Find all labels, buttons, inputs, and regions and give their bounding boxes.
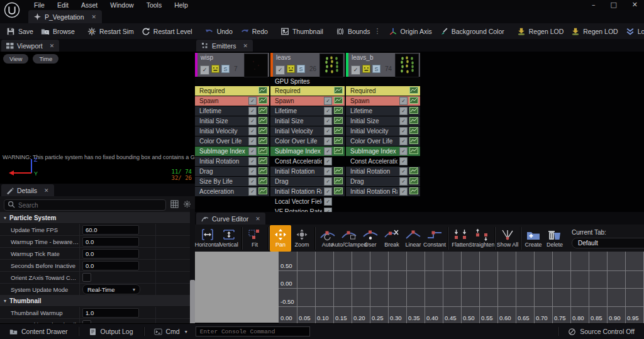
module-enabled-checkbox[interactable]: ✓	[399, 97, 408, 105]
module-curve-icon[interactable]	[334, 167, 343, 175]
module-curve-icon[interactable]	[258, 117, 267, 125]
tab-curve-editor[interactable]: Curve Editor ✕	[196, 213, 265, 225]
module-required[interactable]: Required✓	[195, 86, 269, 96]
module-enabled-checkbox[interactable]: ✓	[324, 147, 332, 155]
module-curve-icon[interactable]	[409, 117, 418, 125]
module-curve-icon[interactable]	[258, 107, 267, 115]
toolbar-button-undo[interactable]: Undo	[201, 23, 236, 39]
module-enabled-checkbox[interactable]: ✓	[324, 127, 332, 135]
curve-tool-flatten[interactable]: Flatten	[450, 225, 471, 252]
module-subimage-index[interactable]: SubImage Index✓	[346, 147, 420, 156]
emitter-enable-checkbox[interactable]: ✓	[351, 65, 360, 75]
emitter-solo-button[interactable]: S	[372, 64, 380, 75]
detail-value-input[interactable]	[82, 225, 139, 235]
menu-file[interactable]: File	[28, 1, 51, 9]
cmd-dropdown[interactable]: Cmd ▾	[150, 328, 192, 336]
toolbar-button-regen-lod[interactable]: Regen LOD	[513, 23, 567, 39]
module-curve-icon[interactable]	[334, 137, 343, 145]
module-curve-icon[interactable]	[409, 177, 418, 186]
viewport-time-button[interactable]: Time	[33, 54, 58, 64]
emitter-burst-icon[interactable]	[362, 64, 370, 75]
module-initial-size[interactable]: Initial Size✓	[195, 116, 269, 126]
module-initial-rotation[interactable]: Initial Rotation✓	[195, 157, 269, 166]
module-initial-rotation-rate[interactable]: Initial Rotation Rate✓	[346, 187, 420, 196]
menu-help[interactable]: Help	[168, 1, 194, 9]
curve-tool-show-all[interactable]: Show All	[497, 225, 518, 252]
menu-dots-icon[interactable]: ⋮	[374, 27, 381, 35]
module-enabled-checkbox[interactable]: ✓	[324, 157, 332, 165]
module-curve-icon[interactable]	[334, 97, 343, 105]
module-drag[interactable]: Drag✓	[346, 177, 420, 186]
module-initial-velocity[interactable]: Initial Velocity✓	[270, 126, 345, 136]
curve-tool-break[interactable]: Break	[381, 225, 402, 252]
module-enabled-checkbox[interactable]: ✓	[248, 137, 257, 145]
module-enabled-checkbox[interactable]: ✓	[324, 208, 332, 212]
module-enabled-checkbox[interactable]: ✓	[324, 187, 332, 196]
module-curve-icon[interactable]	[409, 147, 418, 155]
module-curve-icon[interactable]	[334, 147, 343, 155]
module-lifetime[interactable]: Lifetime✓	[195, 106, 269, 116]
emitter-solo-button[interactable]: S	[221, 64, 230, 75]
settings-gear-icon[interactable]	[183, 200, 191, 208]
emitter-thumbnail[interactable]	[244, 53, 268, 77]
curve-tool-vertical[interactable]: Vertical	[218, 225, 240, 252]
module-curve-icon[interactable]	[409, 127, 418, 135]
module-curve-icon[interactable]	[258, 157, 267, 165]
module-curve-icon[interactable]	[258, 137, 267, 145]
emitter-thumbnail[interactable]	[395, 53, 419, 77]
menu-window[interactable]: Window	[104, 1, 140, 9]
close-details-tab-icon[interactable]: ✕	[44, 187, 49, 194]
module-enabled-checkbox[interactable]: ✓	[399, 187, 408, 196]
module-spawn[interactable]: Spawn✓	[195, 96, 269, 106]
module-initial-velocity[interactable]: Initial Velocity✓	[346, 126, 420, 136]
emitter-thumbnail[interactable]	[319, 53, 343, 77]
module-curve-icon[interactable]	[258, 147, 267, 155]
module-color-over-life[interactable]: Color Over Life✓	[346, 136, 420, 146]
curve-tool-zoom[interactable]: Zoom	[291, 225, 313, 252]
module-enabled-checkbox[interactable]: ✓	[248, 117, 257, 125]
module-enabled-checkbox[interactable]: ✓	[248, 157, 257, 165]
details-category-header[interactable]: ▾Thumbnail	[0, 296, 195, 307]
module-enabled-checkbox[interactable]: ✓	[324, 197, 332, 206]
menu-edit[interactable]: Edit	[51, 1, 75, 9]
module-enabled-checkbox[interactable]: ✓	[324, 137, 332, 145]
toolbar-button-background-color[interactable]: Background Color	[436, 23, 508, 39]
module-subimage-index[interactable]: SubImage Index✓	[195, 147, 269, 156]
module-curve-icon[interactable]	[334, 87, 343, 95]
scrollbar-thumb[interactable]	[190, 280, 195, 324]
toolbar-button-redo[interactable]: Redo	[236, 23, 272, 39]
module-enabled-checkbox[interactable]: ✓	[399, 107, 408, 115]
emitter-enable-checkbox[interactable]: ✓	[200, 65, 209, 75]
curve-tool-auto-clamped[interactable]: Auto/Clamped	[338, 225, 360, 252]
toolbar-button-restart-level[interactable]: Restart Level	[138, 23, 196, 39]
module-subimage-index[interactable]: SubImage Index✓	[270, 147, 345, 156]
emitter-enable-checkbox[interactable]: ✓	[275, 65, 285, 75]
module-curve-icon[interactable]	[258, 187, 267, 196]
curve-tool-pan[interactable]: Pan	[270, 225, 291, 252]
module-curve-icon[interactable]	[258, 97, 267, 105]
module-spawn[interactable]: Spawn✓	[346, 96, 420, 106]
module-curve-icon[interactable]	[409, 167, 418, 175]
close-button[interactable]: ✕	[632, 1, 638, 9]
menu-asset[interactable]: Asset	[75, 1, 104, 9]
module-curve-icon[interactable]	[409, 107, 418, 115]
module-curve-icon[interactable]	[258, 167, 267, 175]
curve-tool-create[interactable]: Create	[523, 225, 544, 252]
module-initial-velocity[interactable]: Initial Velocity✓	[195, 126, 269, 136]
detail-value-input[interactable]	[82, 261, 139, 270]
module-curve-icon[interactable]	[258, 177, 267, 186]
module-initial-size[interactable]: Initial Size✓	[346, 116, 420, 126]
curve-tool-user[interactable]: User	[360, 225, 381, 252]
emitter-header[interactable]: leavs✓S26	[270, 53, 345, 77]
module-enabled-checkbox[interactable]: ✓	[248, 97, 257, 105]
module-size-by-life[interactable]: Size By Life✓	[195, 177, 269, 186]
curve-tool-delete[interactable]: Delete	[544, 225, 565, 252]
content-drawer-button[interactable]: Content Drawer	[5, 328, 72, 336]
module-curve-icon[interactable]	[409, 137, 418, 145]
module-enabled-checkbox[interactable]: ✓	[248, 107, 257, 115]
module-enabled-checkbox[interactable]: ✓	[399, 167, 408, 175]
toolbar-button-restart-sim[interactable]: Restart Sim	[84, 23, 138, 39]
module-curve-icon[interactable]	[258, 87, 267, 95]
module-enabled-checkbox[interactable]: ✓	[399, 117, 408, 125]
tab-details[interactable]: Details ✕	[1, 184, 54, 196]
